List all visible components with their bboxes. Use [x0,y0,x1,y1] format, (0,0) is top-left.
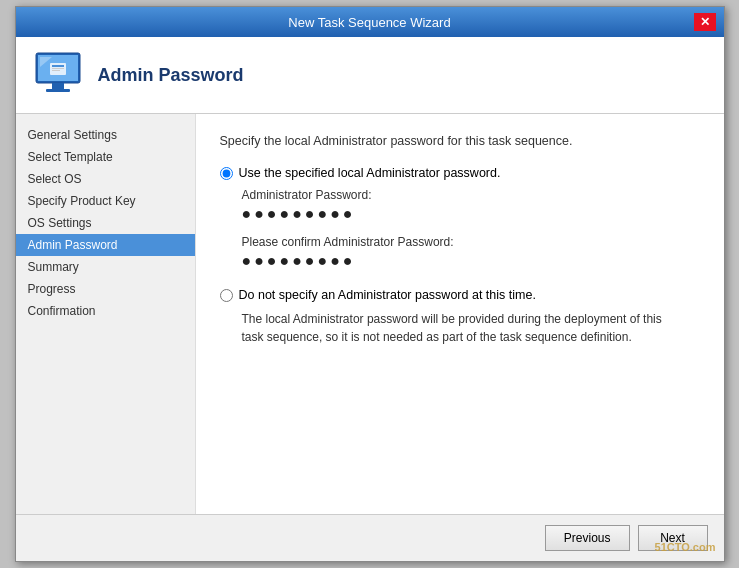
confirm-dots: ●●●●●●●●● [242,252,700,270]
svg-rect-7 [52,68,64,69]
watermark: 51CTO.com [655,541,716,553]
sidebar-item-select-os[interactable]: Select OS [16,168,195,190]
password-field-group: Administrator Password: ●●●●●●●●● [242,188,700,223]
svg-rect-8 [52,70,60,71]
content-area: General SettingsSelect TemplateSelect OS… [16,114,724,514]
main-description: Specify the local Administrator password… [220,134,700,148]
confirm-field-label: Please confirm Administrator Password: [242,235,700,249]
sidebar-item-confirmation[interactable]: Confirmation [16,300,195,322]
option2-row: Do not specify an Administrator password… [220,288,700,302]
header-icon [32,49,84,101]
main-panel: Specify the local Administrator password… [196,114,724,514]
option2-label: Do not specify an Administrator password… [239,288,536,302]
option2-radio[interactable] [220,289,233,302]
window-title: New Task Sequence Wizard [46,15,694,30]
svg-rect-2 [52,83,64,89]
password-dots: ●●●●●●●●● [242,205,700,223]
svg-rect-6 [52,65,64,67]
option2-description: The local Administrator password will be… [242,310,682,346]
sidebar-item-admin-password[interactable]: Admin Password [16,234,195,256]
password-field-label: Administrator Password: [242,188,700,202]
header-bar: Admin Password [16,37,724,114]
sidebar-item-specify-product-key[interactable]: Specify Product Key [16,190,195,212]
title-bar: New Task Sequence Wizard ✕ [16,7,724,37]
option1-row: Use the specified local Administrator pa… [220,166,700,180]
sidebar: General SettingsSelect TemplateSelect OS… [16,114,196,514]
sidebar-item-os-settings[interactable]: OS Settings [16,212,195,234]
previous-button[interactable]: Previous [545,525,630,551]
footer: Previous Next 51CTO.com [16,514,724,561]
close-button[interactable]: ✕ [694,13,716,31]
option1-label: Use the specified local Administrator pa… [239,166,501,180]
option1-radio[interactable] [220,167,233,180]
option2-group: Do not specify an Administrator password… [220,288,700,346]
sidebar-item-general-settings[interactable]: General Settings [16,124,195,146]
confirm-field-group: Please confirm Administrator Password: ●… [242,235,700,270]
svg-rect-3 [46,89,70,92]
sidebar-item-select-template[interactable]: Select Template [16,146,195,168]
sidebar-item-summary[interactable]: Summary [16,256,195,278]
sidebar-item-progress[interactable]: Progress [16,278,195,300]
header-title: Admin Password [98,65,244,86]
option1-group: Use the specified local Administrator pa… [220,166,700,270]
wizard-window: New Task Sequence Wizard ✕ Admin Passwor… [15,6,725,562]
